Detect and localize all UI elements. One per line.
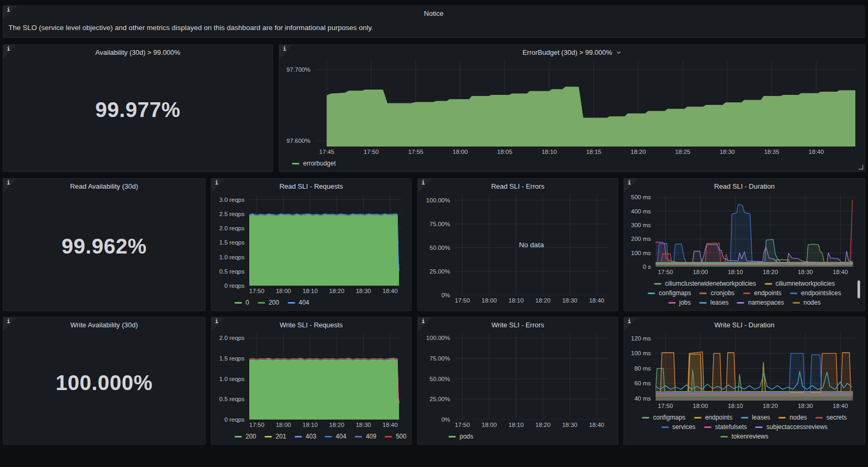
legend-item-403[interactable]: 403 [295, 433, 316, 440]
panel-title[interactable]: Read SLI - Errors [418, 179, 618, 193]
info-icon: i [283, 46, 286, 52]
legend-series-color-dash [355, 436, 362, 437]
plot-area[interactable] [315, 61, 855, 147]
info-icon: i [7, 180, 10, 186]
legend-scrollbar-thumb[interactable] [857, 280, 860, 298]
panel-title[interactable]: Notice [3, 6, 864, 21]
legend-series-color-dash [235, 302, 242, 304]
panel-title-text: ErrorBudget (30d) > 99.000% [522, 48, 612, 56]
panel-title[interactable]: Read Availability (30d) [3, 179, 205, 193]
y-tick-label: 1.5 reqps [219, 355, 245, 362]
panel-title[interactable]: Write Availability (30d) [3, 317, 205, 332]
info-icon: i [7, 46, 10, 52]
x-tick-label: 18:40 [833, 269, 848, 275]
legend-item-200[interactable]: 200 [235, 433, 256, 440]
legend-item-nodes[interactable]: nodes [778, 414, 807, 421]
panel-title[interactable]: Write SLI - Duration [624, 317, 865, 332]
legend-series-color-dash [765, 283, 772, 285]
panel-title-text: Write SLI - Requests [280, 321, 343, 329]
x-axis: 17:5018:0018:1018:2018:3018:40 [455, 420, 608, 430]
legend-item-ciliumclusterwidenetworkpolicies[interactable]: ciliumclusterwidenetworkpolicies [654, 280, 756, 287]
legend: configmapsendpointsleasesnodessecretsser… [628, 411, 861, 441]
x-tick-label: 18:30 [798, 269, 813, 275]
x-axis: 17:5018:0018:1018:2018:3018:40 [656, 401, 855, 411]
legend-item-leases[interactable]: leases [741, 414, 771, 421]
info-icon: i [7, 318, 10, 324]
legend-item-subjectaccessreviews[interactable]: subjectaccessreviews [755, 423, 827, 431]
legend-item-pods[interactable]: pods [448, 433, 473, 440]
legend-item-404[interactable]: 404 [288, 299, 309, 306]
x-tick-label: 17:55 [408, 149, 423, 155]
legend-item-nodes[interactable]: nodes [793, 299, 821, 306]
panel-title[interactable]: ErrorBudget (30d) > 99.000% [279, 45, 865, 60]
y-tick-label: 0% [441, 292, 450, 298]
plot-area[interactable] [249, 194, 402, 286]
legend-item-tokenreviews[interactable]: tokenreviews [720, 433, 768, 440]
plot-area[interactable] [656, 194, 855, 267]
y-tick-label: 400 ms [631, 208, 651, 215]
x-tick-label: 18:40 [589, 422, 604, 428]
x-axis: 17:5018:0018:1018:2018:3018:40 [249, 420, 402, 430]
x-tick-label: 18:10 [303, 422, 318, 428]
x-tick-label: 18:00 [693, 269, 708, 275]
legend-item-0[interactable]: 0 [235, 299, 249, 306]
legend-item-201[interactable]: 201 [265, 433, 286, 440]
legend-item-404[interactable]: 404 [325, 433, 346, 440]
x-tick-label: 17:50 [249, 288, 265, 294]
x-tick-label: 18:00 [482, 422, 497, 428]
x-tick-label: 17:50 [249, 422, 265, 428]
y-tick-label: 0.5 reqps [219, 268, 245, 275]
x-tick-label: 18:10 [728, 269, 743, 275]
legend-item-services[interactable]: services [661, 423, 696, 431]
legend-item-errorbudget[interactable]: errorbudget [292, 160, 336, 167]
plot-area[interactable] [249, 333, 402, 420]
legend-item-cronjobs[interactable]: cronjobs [699, 289, 734, 297]
legend-series-color-dash [668, 302, 676, 304]
legend-series-color-dash [325, 436, 332, 437]
legend-item-endpoints[interactable]: endpoints [694, 414, 733, 421]
legend-item-secrets[interactable]: secrets [815, 414, 847, 421]
legend-item-namespaces[interactable]: namespaces [737, 299, 784, 306]
panel-title[interactable]: Availability (30d) > 99.000% [3, 45, 272, 60]
legend-item-409[interactable]: 409 [355, 433, 376, 440]
y-tick-label: 2.5 reqps [219, 211, 245, 217]
info-icon: i [7, 7, 10, 13]
panel-write-sli-duration: i Write SLI - Duration 40 ms60 ms80 ms10… [623, 317, 865, 445]
panel-read-sli-requests: i Read SLI - Requests 0 reqps0.5 reqps1.… [211, 178, 412, 311]
plot-area[interactable]: No data [455, 194, 608, 295]
legend-item-endpointslices[interactable]: endpointslices [790, 289, 841, 297]
legend-item-500[interactable]: 500 [385, 433, 406, 440]
panel-title-text: Availability (30d) > 99.000% [95, 48, 180, 56]
legend-item-configmaps[interactable]: configmaps [642, 414, 685, 421]
y-axis: 97.600%97.700% [284, 61, 315, 147]
panel-title[interactable]: Write SLI - Requests [211, 317, 411, 332]
panel-title[interactable]: Read SLI - Requests [211, 179, 411, 193]
x-tick-label: 18:30 [798, 403, 813, 409]
x-tick-label: 17:45 [319, 149, 335, 155]
y-tick-label: 0 reqps [225, 283, 245, 289]
legend-item-ciliumnetworkpolicies[interactable]: ciliumnetworkpolicies [765, 280, 835, 287]
plot-area[interactable] [656, 333, 855, 401]
legend-series-color-dash [288, 302, 295, 304]
plot-area[interactable] [455, 333, 608, 420]
legend-item-leases[interactable]: leases [699, 299, 729, 306]
x-tick-label: 18:20 [329, 288, 345, 294]
x-tick-label: 18:10 [542, 149, 557, 155]
legend-item-configmaps[interactable]: configmaps [648, 289, 691, 297]
legend-series-color-dash [265, 436, 272, 437]
panel-title[interactable]: Read SLI - Duration [624, 179, 865, 193]
legend: ciliumclusterwidenetworkpoliciesciliumne… [628, 277, 861, 307]
legend-item-statefulsets[interactable]: statefulsets [704, 423, 747, 431]
panel-errorbudget: i ErrorBudget (30d) > 99.000% 97.600%97.… [279, 44, 865, 172]
resize-handle[interactable] [859, 165, 863, 170]
x-tick-label: 18:00 [276, 422, 291, 428]
y-axis: 0 reqps0.5 reqps1.0 reqps1.5 reqps2.0 re… [216, 194, 249, 286]
x-axis: 17:4517:5017:5518:0018:0518:1018:1518:20… [315, 147, 855, 157]
panel-title[interactable]: Write SLI - Errors [418, 317, 618, 332]
legend-item-jobs[interactable]: jobs [668, 299, 691, 306]
legend-item-endpoints[interactable]: endpoints [743, 289, 782, 297]
legend-series-color-dash [704, 426, 711, 428]
x-tick-label: 17:50 [658, 403, 673, 409]
legend-item-200[interactable]: 200 [258, 299, 279, 306]
y-tick-label: 80 ms [635, 365, 651, 372]
